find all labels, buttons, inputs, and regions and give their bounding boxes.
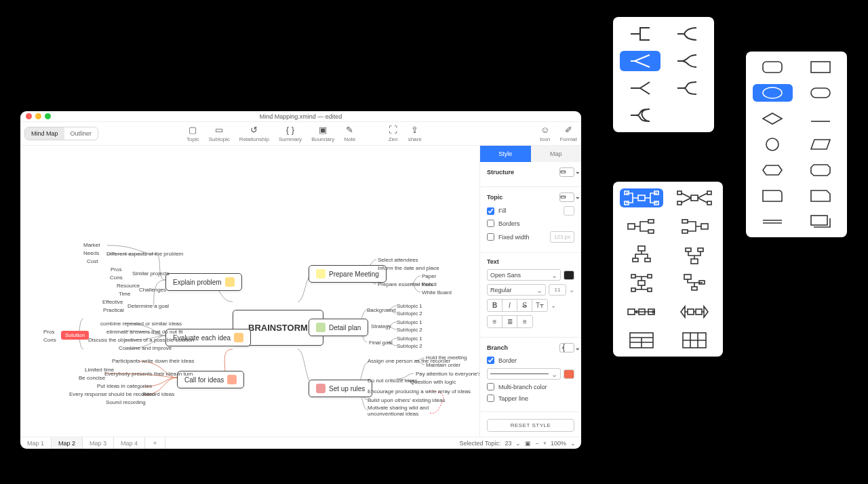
twig[interactable]: Select attendees — [378, 257, 418, 263]
chk-fill[interactable] — [487, 207, 494, 215]
twig[interactable]: Every response should be recorded — [69, 391, 155, 397]
shape-option-parallelogram[interactable] — [801, 136, 841, 153]
node-detail-plan[interactable]: Detail plan — [309, 319, 368, 336]
twig[interactable]: Subtopic 1 — [397, 319, 422, 325]
sheet-tab[interactable]: Map 3 — [83, 437, 114, 449]
shape-option-double-line[interactable] — [753, 213, 793, 230]
branch-style-picker[interactable]: ⌄ — [559, 343, 574, 352]
twig[interactable]: Motivate sharing wild and unconventional… — [368, 405, 442, 417]
sheet-tab[interactable]: Map 4 — [114, 437, 145, 449]
shape-option-cut-rect[interactable] — [801, 187, 841, 205]
chk-multibranch[interactable] — [487, 383, 494, 390]
twig[interactable]: Market — [83, 242, 100, 248]
twig[interactable]: Challenges — [139, 287, 166, 293]
stroke-style-select[interactable] — [487, 368, 561, 380]
tool-share[interactable]: ⇪share — [408, 125, 422, 142]
twig[interactable]: Subtopic 2 — [397, 327, 422, 333]
shape-option-rect[interactable] — [801, 58, 841, 76]
tool-boundary[interactable]: ▣Boundary — [311, 125, 334, 142]
tab-style[interactable]: Style — [480, 146, 531, 162]
twig[interactable]: Effective — [102, 299, 123, 305]
shape-option-circle[interactable] — [753, 136, 793, 153]
btn-align-right[interactable]: ≡ — [517, 316, 532, 327]
tab-map[interactable]: Map — [531, 146, 582, 162]
structure-option[interactable] — [620, 274, 663, 293]
structure-option[interactable] — [620, 188, 663, 207]
twig[interactable]: Needs — [83, 250, 99, 256]
twig[interactable]: combine repeated or similar ideas — [100, 321, 182, 327]
node-prepare-meeting[interactable]: Prepare Meeting — [309, 265, 387, 283]
sheet-tab[interactable]: Map 1 — [20, 437, 52, 449]
twig[interactable]: Participants write down their ideas — [112, 358, 194, 364]
branch-style-option[interactable] — [620, 105, 660, 125]
node-solution[interactable]: Solution — [61, 331, 89, 340]
twig[interactable]: Pay attention to everyone's ideas — [416, 371, 479, 377]
minimize-window-button[interactable] — [35, 113, 41, 119]
twig[interactable]: Be concise — [79, 375, 105, 381]
stroke-color[interactable] — [564, 369, 574, 379]
twig[interactable]: Pros — [43, 329, 54, 335]
twig[interactable]: Cost — [87, 258, 98, 264]
branch-style-option[interactable] — [620, 78, 660, 98]
branch-style-option[interactable] — [620, 24, 660, 44]
text-color[interactable] — [564, 270, 574, 280]
view-outliner[interactable]: Outliner — [64, 127, 98, 140]
structure-option[interactable] — [673, 188, 716, 207]
twig[interactable]: Paper — [422, 273, 436, 279]
branch-style-option[interactable] — [620, 51, 660, 71]
twig[interactable]: Pencil — [422, 281, 437, 287]
btn-align-left[interactable]: ≡ — [488, 316, 502, 327]
twig[interactable]: Subtopic 2 — [397, 310, 422, 317]
mindmap-canvas[interactable]: BRAINSTORM Explain problem Evaluate each… — [20, 146, 479, 437]
twig[interactable]: Time — [119, 291, 130, 297]
twig[interactable]: Resource — [117, 283, 140, 289]
structure-option[interactable] — [673, 217, 716, 236]
twig[interactable]: Sound recording — [106, 399, 146, 405]
branch-style-option[interactable] — [667, 78, 708, 98]
btn-strike[interactable]: S — [517, 300, 532, 311]
reset-style-button[interactable]: RESET STYLE — [487, 419, 574, 432]
shape-option-underline[interactable] — [801, 110, 841, 127]
chk-borders[interactable] — [487, 220, 494, 227]
btn-case[interactable]: Tᴛ — [532, 300, 547, 311]
shape-option-single-rounded[interactable] — [753, 187, 793, 205]
node-explain-problem[interactable]: Explain problem — [165, 273, 242, 291]
chevron-down-icon[interactable]: ⌄ — [570, 440, 576, 447]
twig[interactable]: Subtopic 1 — [397, 336, 422, 342]
add-sheet-button[interactable]: ＋ — [145, 437, 165, 449]
tool-relationship[interactable]: ↺Relationship — [239, 125, 269, 142]
shape-option-rounded[interactable] — [753, 58, 793, 76]
tool-format[interactable]: ✐Format — [560, 125, 577, 142]
twig[interactable]: Similar projects — [132, 270, 170, 277]
twig[interactable]: Practical — [103, 307, 124, 313]
twig[interactable]: Everybody presents their idea in turn — [104, 371, 193, 377]
btn-align-center[interactable]: ≣ — [502, 316, 517, 327]
twig[interactable]: Different aspects of the problem — [106, 251, 183, 257]
font-size-input[interactable]: 11 — [549, 284, 566, 296]
twig[interactable]: White Board — [422, 289, 452, 296]
twig[interactable]: eliminate answers that do not fit — [106, 329, 183, 335]
twig[interactable]: Question with logic — [410, 379, 456, 385]
branch-style-option[interactable] — [667, 24, 708, 44]
chk-fixedwidth[interactable] — [487, 233, 494, 241]
btn-bold[interactable]: B — [488, 300, 502, 311]
twig[interactable]: Cons — [110, 275, 123, 281]
shape-option-hexagon[interactable] — [753, 161, 793, 179]
twig[interactable]: Combine and improve — [119, 345, 172, 351]
zoom-in-button[interactable]: + — [543, 440, 547, 447]
shape-option-capsule[interactable] — [801, 84, 841, 102]
twig[interactable]: Build upon others' existing ideas — [368, 397, 446, 403]
shape-option-ellipse[interactable] — [753, 84, 793, 102]
structure-option[interactable] — [620, 245, 663, 264]
view-mindmap[interactable]: Mind Map — [25, 127, 64, 140]
twig[interactable]: Background — [367, 307, 396, 313]
font-weight-select[interactable]: Regular — [487, 284, 546, 296]
twig[interactable]: Hold the meeting — [426, 355, 467, 361]
topic-shape-picker[interactable]: ▭⌄ — [559, 193, 574, 202]
chevron-down-icon[interactable]: ⌄ — [515, 440, 521, 447]
tool-icon[interactable]: ☺Icon — [540, 125, 551, 142]
twig[interactable]: Cons — [43, 337, 56, 343]
shape-option-stack[interactable] — [801, 213, 841, 230]
structure-option[interactable] — [673, 331, 716, 350]
tool-topic[interactable]: ▢Topic — [186, 125, 199, 142]
